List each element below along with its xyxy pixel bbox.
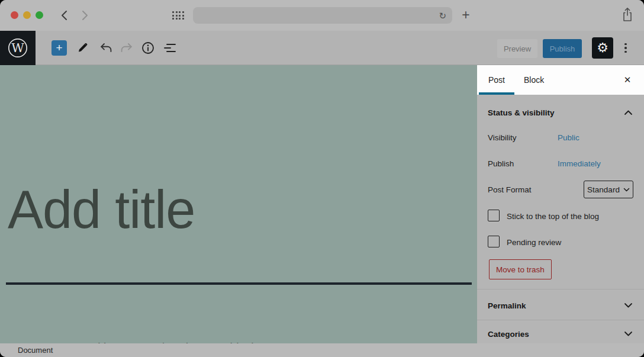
publish-date-link[interactable]: Immediately: [558, 159, 601, 168]
address-bar[interactable]: ↻: [193, 7, 452, 24]
breadcrumb[interactable]: Document: [18, 346, 53, 355]
editor-toolbar: W +: [0, 31, 644, 65]
divider: [477, 289, 644, 290]
visibility-label: Visibility: [488, 133, 517, 142]
pencil-icon: [77, 41, 90, 54]
browser-window: ↻ + W +: [0, 0, 644, 357]
move-to-trash-button[interactable]: Move to trash: [489, 259, 552, 279]
reload-icon[interactable]: ↻: [439, 11, 452, 20]
section-status-visibility[interactable]: Status & visibility: [477, 99, 644, 126]
new-tab-button[interactable]: +: [459, 7, 472, 23]
sidebar-body: Status & visibility Visibility Public Pu…: [477, 95, 644, 343]
publish-date-label: Publish: [488, 159, 514, 168]
details-button[interactable]: [141, 41, 155, 55]
pending-review-checkbox-label[interactable]: Pending review: [507, 238, 561, 247]
chevron-down-icon: [624, 332, 633, 337]
visibility-value-link[interactable]: Public: [558, 133, 579, 142]
pending-review-checkbox[interactable]: [488, 236, 500, 247]
tab-block[interactable]: Block: [514, 65, 553, 95]
post-title-input[interactable]: Add title: [8, 179, 195, 240]
tools-button[interactable]: [76, 41, 91, 55]
wordpress-icon: W: [7, 37, 28, 59]
block-inserter-button[interactable]: +: [51, 40, 67, 56]
post-format-select[interactable]: Standard: [584, 181, 633, 198]
post-format-label: Post Format: [488, 185, 532, 194]
browser-chrome: ↻ +: [0, 0, 644, 31]
zoom-window-button[interactable]: [36, 11, 43, 19]
publish-button[interactable]: Publish: [543, 39, 582, 58]
browser-back-button[interactable]: [58, 9, 70, 21]
close-sidebar-button[interactable]: ✕: [618, 65, 637, 95]
list-view-icon: [163, 42, 176, 54]
traffic-lights: [11, 11, 43, 19]
section-permalink[interactable]: Permalink: [477, 292, 644, 319]
undo-button[interactable]: [99, 41, 113, 55]
list-view-button[interactable]: [163, 41, 177, 55]
chevron-down-icon: [623, 188, 630, 192]
preview-button[interactable]: Preview: [497, 39, 537, 58]
sticky-checkbox[interactable]: [488, 210, 500, 221]
sidebar-tabs: Post Block ✕: [477, 65, 644, 95]
close-window-button[interactable]: [11, 11, 18, 19]
redo-button[interactable]: [120, 41, 134, 55]
separator-block[interactable]: [6, 282, 472, 285]
section-title: Categories: [488, 330, 529, 339]
svg-text:W: W: [11, 41, 24, 55]
settings-sidebar: Post Block ✕ Status & visibility Visibil…: [477, 65, 644, 343]
options-menu-button[interactable]: [620, 41, 631, 55]
document-statusbar: Document: [0, 343, 644, 357]
share-icon[interactable]: [621, 7, 634, 23]
tab-post[interactable]: Post: [479, 65, 514, 95]
tab-overview-icon[interactable]: [172, 11, 184, 20]
chevron-up-icon: [624, 110, 633, 115]
gear-icon: ⚙: [597, 41, 608, 54]
post-format-selected-value: Standard: [587, 185, 620, 194]
section-title: Permalink: [488, 301, 526, 310]
info-icon: [141, 41, 154, 54]
chevron-down-icon: [624, 303, 633, 308]
sticky-checkbox-label[interactable]: Stick to the top of the blog: [507, 212, 599, 221]
browser-forward-button[interactable]: [79, 9, 91, 21]
minimize-window-button[interactable]: [23, 11, 31, 19]
divider: [477, 320, 644, 320]
editor-canvas: Add title Start writing or type / to cho…: [0, 65, 477, 343]
section-title: Status & visibility: [488, 108, 555, 117]
settings-button[interactable]: ⚙: [592, 37, 613, 59]
wordpress-logo-button[interactable]: W: [0, 31, 36, 65]
undo-icon: [99, 42, 112, 54]
redo-icon: [120, 42, 133, 54]
